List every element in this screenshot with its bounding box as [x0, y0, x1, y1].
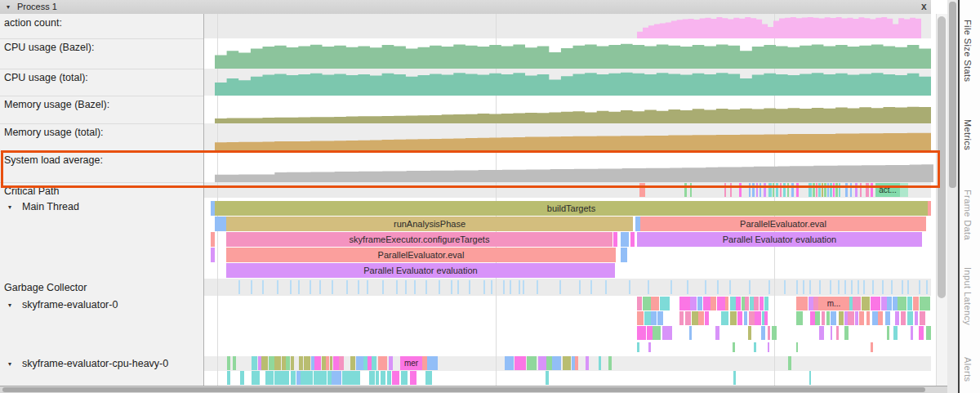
critical-path-segment[interactable] — [639, 183, 645, 197]
counter-chart-action_count[interactable] — [637, 14, 921, 38]
evaluator0-slice[interactable] — [644, 311, 651, 325]
counter-chart-cpu_bazel[interactable] — [215, 38, 931, 69]
critical-path-segment[interactable] — [776, 183, 778, 197]
evaluator0-slice[interactable] — [808, 297, 813, 310]
cpu-heavy-slice[interactable] — [283, 371, 289, 385]
evaluator0-slice[interactable] — [881, 297, 887, 310]
cpu-heavy-slice[interactable] — [538, 356, 546, 370]
evaluator0-slice[interactable] — [819, 326, 824, 340]
action-badge[interactable]: act... — [875, 183, 900, 197]
cpu-heavy-slice[interactable] — [505, 356, 514, 370]
critical-path-segment[interactable] — [866, 183, 869, 197]
flame-slice[interactable]: runAnalysisPhase — [226, 217, 633, 231]
cpu-heavy-slice[interactable] — [572, 356, 575, 370]
evaluator0-slice[interactable] — [721, 311, 724, 325]
evaluator0-slice[interactable] — [717, 297, 725, 310]
cpu-heavy-slice[interactable] — [286, 356, 290, 370]
evaluator0-slice[interactable] — [926, 326, 931, 340]
critical-path-segment[interactable] — [845, 183, 848, 197]
critical-path-segment[interactable] — [839, 183, 840, 197]
evaluator0-slice[interactable] — [878, 311, 883, 325]
cpu-heavy-slice[interactable] — [427, 356, 438, 370]
evaluator0-labeled-slice[interactable]: m... — [818, 297, 849, 310]
cpu-heavy-slice[interactable] — [339, 356, 344, 370]
critical-path-segment[interactable] — [813, 183, 815, 197]
evaluator0-slice[interactable] — [685, 311, 691, 325]
cpu-heavy-slice[interactable] — [227, 356, 230, 370]
cpu-heavy-slice[interactable] — [356, 356, 363, 370]
critical-path-segment[interactable] — [756, 183, 758, 197]
critical-path-segment[interactable] — [724, 183, 726, 197]
cpu-heavy-slice[interactable] — [308, 371, 313, 385]
critical-path-segment[interactable] — [824, 183, 826, 197]
track-label-main_thread[interactable]: Main Thread — [22, 201, 79, 212]
evaluator0-slice[interactable] — [764, 311, 768, 325]
cpu-heavy-slice[interactable] — [733, 371, 736, 385]
evaluator0-slice[interactable] — [643, 297, 651, 310]
evaluator0-slice[interactable] — [887, 326, 889, 340]
evaluator0-slice[interactable] — [796, 297, 801, 310]
evaluator0-slice[interactable] — [871, 342, 873, 352]
evaluator0-slice[interactable] — [754, 342, 756, 352]
critical-path-segment[interactable] — [752, 183, 755, 197]
flame-slice[interactable]: Parallel Evaluator evaluation — [226, 263, 615, 278]
cpu-heavy-slice[interactable] — [326, 356, 329, 370]
evaluator0-slice[interactable] — [768, 342, 769, 352]
evaluator0-slice[interactable] — [736, 297, 741, 310]
cpu-heavy-slice[interactable] — [392, 371, 399, 385]
cpu-heavy-slice[interactable] — [352, 371, 360, 385]
evaluator0-slice[interactable] — [637, 311, 644, 325]
sidebar-scrollbar-thumb[interactable] — [949, 2, 956, 188]
evaluator0-slice[interactable] — [697, 297, 702, 310]
evaluator0-slice[interactable] — [692, 311, 698, 325]
flame-slice[interactable]: ParallelEvaluator.eval — [640, 217, 926, 231]
cpu-heavy-slice[interactable] — [378, 356, 387, 370]
evaluator0-slice[interactable] — [737, 311, 742, 325]
cpu-heavy-slice[interactable] — [261, 356, 268, 370]
collapse-arrow-icon[interactable]: ▾ — [7, 0, 10, 14]
cpu-heavy-slice[interactable] — [350, 356, 355, 370]
critical-path-segment[interactable] — [816, 183, 817, 197]
cpu-heavy-slice[interactable] — [240, 371, 244, 385]
evaluator0-slice[interactable] — [715, 326, 719, 340]
critical-path-segment[interactable] — [791, 183, 794, 197]
cpu-heavy-slice[interactable] — [252, 356, 257, 370]
critical-path-segment[interactable] — [808, 183, 812, 197]
evaluator0-slice[interactable] — [690, 297, 697, 310]
evaluator0-slice[interactable] — [698, 311, 704, 325]
evaluator0-slice[interactable] — [831, 326, 832, 340]
cpu-heavy-slice[interactable] — [233, 356, 236, 370]
critical-path-segment[interactable] — [780, 183, 782, 197]
cpu-heavy-slice[interactable] — [342, 371, 347, 385]
cpu-heavy-slice[interactable] — [299, 356, 303, 370]
cpu-heavy-slice[interactable] — [314, 371, 323, 385]
track-band-gc[interactable] — [204, 279, 931, 296]
cpu-heavy-slice[interactable] — [376, 371, 379, 385]
evaluator0-slice[interactable] — [679, 311, 684, 325]
flame-slice[interactable]: ParallelEvaluator.eval — [226, 248, 616, 262]
evaluator0-slice[interactable] — [920, 297, 930, 310]
evaluator0-slice[interactable] — [660, 297, 670, 310]
evaluator0-slice[interactable] — [801, 297, 808, 310]
evaluator0-slice[interactable] — [855, 311, 858, 325]
critical-path-segment[interactable] — [871, 183, 873, 197]
evaluator0-slice[interactable] — [687, 297, 690, 310]
evaluator0-slice[interactable] — [748, 326, 751, 340]
critical-path-segment[interactable] — [833, 183, 835, 197]
critical-path-segment[interactable] — [796, 183, 799, 197]
critical-path-segment[interactable] — [830, 183, 832, 197]
evaluator0-slice[interactable] — [761, 326, 765, 340]
evaluator0-slice[interactable] — [885, 311, 890, 325]
evaluator0-slice[interactable] — [762, 311, 764, 325]
vertical-scrollbar-thumb[interactable] — [938, 16, 946, 298]
horizontal-scrollbar-thumb[interactable] — [2, 387, 925, 392]
flame-slice[interactable]: buildTargets — [215, 201, 928, 216]
track-label-cpu_heavy[interactable]: skyframe-evaluator-cpu-heavy-0 — [22, 358, 168, 369]
evaluator0-slice[interactable] — [703, 297, 710, 310]
cpu-heavy-slice[interactable] — [389, 356, 393, 370]
evaluator0-slice[interactable] — [859, 311, 864, 325]
tab-metrics[interactable]: Metrics — [963, 119, 973, 150]
cpu-heavy-slice[interactable] — [252, 371, 260, 385]
evaluator0-slice[interactable] — [710, 297, 716, 310]
evaluator0-slice[interactable] — [705, 311, 709, 325]
